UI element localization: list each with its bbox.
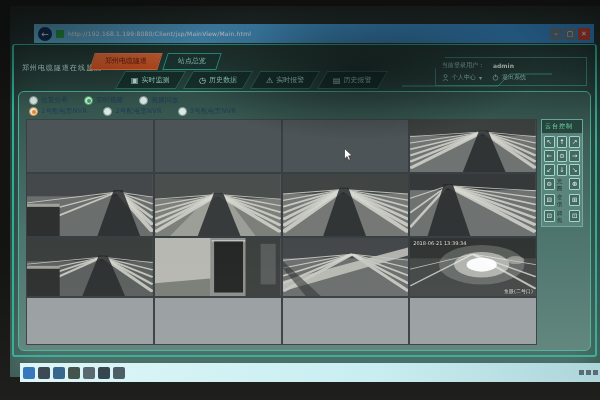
taskbar-app-5[interactable]	[98, 367, 110, 379]
tab-cable-tunnel[interactable]: 郑州电缆隧道	[89, 53, 163, 70]
history-alarm-icon: ▤	[333, 76, 341, 85]
login-user-line: 当前登录用户： admin	[442, 61, 580, 70]
video-feed-image	[410, 120, 536, 172]
radio-label: 3号配电室NVR	[190, 107, 236, 116]
top-tabs: 郑州电缆隧道站点总览	[92, 53, 224, 70]
monitoring-app: 郑州电缆隧道在线监测 郑州电缆隧道站点总览 ▣实时监测◷历史数据⚠实时报警▤历史…	[12, 44, 597, 357]
nvr-option-1[interactable]: 1号配电室NVR	[29, 107, 87, 116]
radio-label: 实时视频	[96, 96, 123, 105]
realtime-alarm-icon: ⚠	[266, 76, 273, 85]
ptz-center-button[interactable]: ⊙	[557, 150, 568, 162]
video-feed-image	[410, 174, 536, 236]
start-button[interactable]	[23, 367, 35, 379]
ptz-down-right-button[interactable]: ↘	[569, 164, 580, 176]
tray-icon-3[interactable]	[593, 370, 598, 375]
video-cell-9[interactable]	[27, 238, 153, 296]
video-feed-image	[283, 238, 409, 296]
caret-down-icon: ▾	[479, 74, 482, 81]
taskbar-app-4[interactable]	[83, 367, 95, 379]
empty-cell-1	[27, 120, 153, 172]
taskbar-app-1[interactable]	[38, 367, 50, 379]
mouse-cursor	[344, 148, 353, 161]
video-cell-5[interactable]	[27, 174, 153, 236]
tray-icon-1[interactable]	[579, 370, 584, 375]
ptz-zoom-label: 变倍	[557, 194, 568, 208]
ptz-control-panel: 云台控制 ↖↑↗←⊙→↙↓↘⊖光圈⊕⊟变倍⊞⊡调焦⊡	[541, 119, 583, 227]
ptz-left-button[interactable]: ←	[544, 150, 555, 162]
minimize-button[interactable]: –	[550, 28, 562, 40]
history-data-icon: ◷	[199, 76, 206, 85]
empty-cell-2	[155, 120, 281, 172]
taskbar-app-3[interactable]	[68, 367, 80, 379]
monitor-screen: ← http://192.168.1.199:8080/Client/jsp/M…	[10, 6, 600, 377]
video-timestamp: 2018-06-21 13:39:34	[413, 240, 466, 246]
ptz-iris-plus-button[interactable]: ⊕	[569, 178, 580, 190]
tab-site-overview[interactable]: 站点总览	[162, 53, 222, 70]
menu-item-inner: ▤历史报警	[333, 75, 372, 85]
ptz-focus-plus-button[interactable]: ⊡	[569, 210, 580, 222]
tray-icon-2[interactable]	[586, 370, 591, 375]
empty-cell-3	[283, 120, 409, 172]
menu-item-inner: ▣实时监测	[131, 75, 170, 85]
video-feed-image	[27, 238, 153, 296]
logout-label: 退出系统	[502, 73, 526, 82]
system-tray	[579, 370, 600, 375]
ptz-focus-minus-button[interactable]: ⊡	[544, 210, 555, 222]
tab-label: 郑州电缆隧道	[105, 54, 147, 69]
video-cell-8[interactable]	[410, 174, 536, 236]
radio-dot	[178, 107, 187, 116]
view-mode-option-2[interactable]: 实时视频	[84, 96, 123, 105]
video-cell-6[interactable]	[155, 174, 281, 236]
ptz-iris-minus-button[interactable]: ⊖	[544, 178, 555, 190]
ptz-down-button[interactable]: ↓	[557, 164, 568, 176]
ptz-down-left-button[interactable]: ↙	[544, 164, 555, 176]
ptz-column: 云台控制 ↖↑↗←⊙→↙↓↘⊖光圈⊕⊟变倍⊞⊡调焦⊡	[541, 119, 583, 345]
ptz-up-right-button[interactable]: ↗	[569, 136, 580, 148]
video-cell-7[interactable]	[283, 174, 409, 236]
profile-link[interactable]: 个人中心 ▾	[442, 73, 482, 82]
ptz-iris-label: 光圈	[557, 178, 568, 192]
camera-name-label: 鱼眼(二号口)	[504, 288, 533, 294]
nvr-option-2[interactable]: 2号配电室NVR	[103, 107, 161, 116]
menu-item-history-data[interactable]: ◷历史数据	[182, 71, 252, 89]
menu-item-history-alarm[interactable]: ▤历史报警	[317, 71, 388, 89]
content-panel: 位置分布实时视频视频回放 1号配电室NVR2号配电室NVR3号配电室NVR 20…	[18, 91, 591, 351]
ptz-up-button[interactable]: ↑	[557, 136, 568, 148]
nvr-option-3[interactable]: 3号配电室NVR	[178, 107, 236, 116]
video-cell-11[interactable]	[283, 238, 409, 296]
menu-item-label: 实时报警	[276, 75, 304, 85]
view-mode-option-1[interactable]: 位置分布	[29, 96, 68, 105]
browser-address-bar: ← http://192.168.1.199:8080/Client/jsp/M…	[34, 24, 594, 43]
main-menu: ▣实时监测◷历史数据⚠实时报警▤历史报警	[120, 71, 389, 89]
menu-item-realtime-alarm[interactable]: ⚠实时报警	[249, 71, 320, 89]
window-controls: – ▢ ✕	[550, 28, 590, 40]
maximize-button[interactable]: ▢	[564, 28, 576, 40]
menu-item-inner: ⚠实时报警	[266, 75, 304, 85]
power-icon	[492, 74, 499, 81]
empty-cell-15	[283, 298, 409, 344]
ptz-zoom-plus-button[interactable]: ⊞	[569, 194, 580, 206]
video-cell-12[interactable]: 2018-06-21 13:39:34鱼眼(二号口)	[410, 238, 536, 296]
radio-label: 视频回放	[151, 96, 178, 105]
ptz-up-left-button[interactable]: ↖	[544, 136, 555, 148]
menu-item-inner: ◷历史数据	[199, 75, 237, 85]
close-button[interactable]: ✕	[578, 28, 590, 40]
ptz-zoom-minus-button[interactable]: ⊟	[544, 194, 555, 206]
video-cell-4[interactable]	[410, 120, 536, 172]
menu-item-realtime-monitor[interactable]: ▣实时监测	[115, 71, 186, 89]
ptz-panel-title: 云台控制	[542, 120, 582, 133]
video-feed-image	[283, 174, 409, 236]
taskbar-app-6[interactable]	[113, 367, 125, 379]
browser-back-button[interactable]: ←	[38, 27, 52, 41]
url-input[interactable]: http://192.168.1.199:8080/Client/jsp/Mai…	[68, 30, 251, 37]
video-cell-10[interactable]	[155, 238, 281, 296]
view-mode-option-3[interactable]: 视频回放	[139, 96, 178, 105]
profile-label: 个人中心	[452, 73, 476, 82]
logout-link[interactable]: 退出系统	[492, 73, 526, 82]
menu-item-label: 实时监测	[142, 75, 170, 85]
user-actions: 个人中心 ▾ 退出系统	[442, 73, 580, 82]
ptz-right-button[interactable]: →	[569, 150, 580, 162]
radio-dot	[139, 96, 148, 105]
taskbar-app-2[interactable]	[53, 367, 65, 379]
empty-cell-16	[410, 298, 536, 344]
